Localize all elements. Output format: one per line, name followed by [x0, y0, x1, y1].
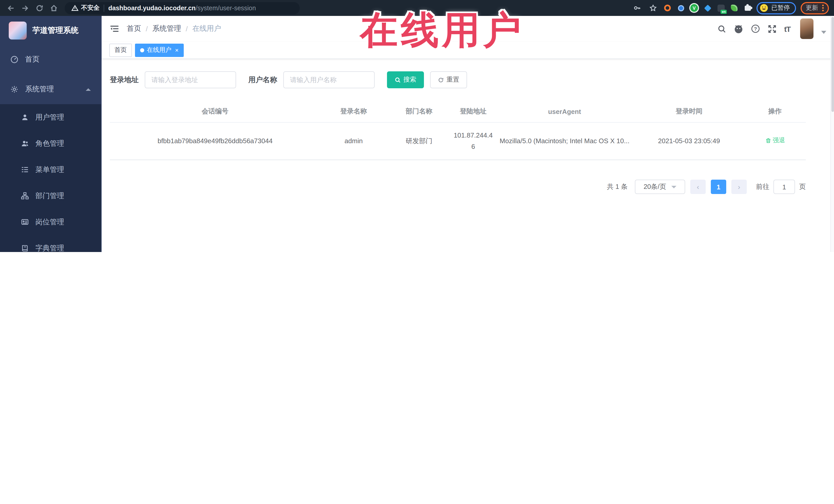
browser-actions: V en 已暂停 更新 [631, 2, 829, 14]
login-address-label: 登录地址 [110, 75, 138, 84]
table-row[interactable]: bfbb1ab79ba849e49fb26ddb56a73044 admin 研… [110, 123, 806, 160]
window-scrollbar[interactable] [830, 16, 834, 252]
extensions-puzzle-icon[interactable] [743, 4, 752, 12]
breadcrumb-separator: / [186, 25, 188, 33]
sidebar-item-system[interactable]: 系统管理 [0, 74, 101, 104]
kebab-menu-icon[interactable] [822, 5, 824, 11]
id-card-icon [21, 218, 29, 226]
home-icon[interactable] [48, 2, 60, 14]
trash-icon [765, 137, 771, 144]
cell-login-name: admin [320, 123, 387, 160]
tag-close-icon[interactable]: × [174, 47, 179, 53]
paused-extension-pill[interactable]: 已暂停 [756, 2, 796, 14]
search-icon[interactable] [718, 24, 726, 33]
sidebar-item-label: 角色管理 [36, 139, 91, 148]
sidebar-item-posts[interactable]: 岗位管理 [0, 209, 101, 235]
forward-icon[interactable] [20, 2, 31, 14]
key-icon[interactable] [631, 2, 642, 14]
reset-button[interactable]: 重置 [430, 71, 467, 88]
app-logo-row[interactable]: 芋道管理系统 [0, 16, 101, 45]
screen: 不安全 dashboard.yudao.iocoder.cn/system/us… [0, 0, 834, 252]
sidebar-item-depts[interactable]: 部门管理 [0, 183, 101, 209]
url-path: /system/user-session [196, 4, 256, 12]
sidebar-item-label: 部门管理 [36, 191, 91, 200]
prev-page-button[interactable]: ‹ [690, 180, 706, 194]
svg-text:?: ? [754, 26, 757, 31]
ext-green-check-icon[interactable]: V [690, 4, 699, 12]
sidebar: 芋道管理系统 首页 系统管理 用户管 [0, 16, 102, 252]
sidebar-item-label: 字典管理 [36, 243, 91, 252]
app-title: 芋道管理系统 [32, 25, 79, 35]
sessions-table: 会话编号 登录名称 部门名称 登陆地址 userAgent 登录时间 操作 bf… [110, 101, 806, 160]
system-submenu: 用户管理 角色管理 菜单管理 [0, 104, 101, 252]
col-user-agent: userAgent [495, 101, 634, 123]
smiley-emoji-icon [760, 4, 768, 12]
sidebar-item-label: 首页 [25, 55, 91, 64]
tags-view: 首页 在线用户 × [102, 42, 834, 59]
tag-label: 首页 [114, 46, 127, 54]
security-label: 不安全 [81, 4, 100, 12]
breadcrumb-home[interactable]: 首页 [127, 24, 141, 34]
total-count: 共 1 条 [607, 182, 628, 192]
breadcrumb: 首页 / 系统管理 / 在线用户 [127, 24, 221, 34]
col-login-time: 登录时间 [634, 101, 744, 123]
tag-label: 在线用户 [147, 46, 171, 54]
login-address-input[interactable] [145, 71, 236, 88]
sidebar-fold-icon[interactable] [109, 24, 119, 34]
bookmark-star-icon[interactable] [647, 2, 658, 14]
reload-icon[interactable] [34, 2, 45, 14]
help-icon[interactable]: ? [751, 24, 760, 34]
ext-orange-icon[interactable] [663, 4, 672, 12]
pagination: 共 1 条 20条/页 ‹ 1 › 前往 页 [110, 180, 806, 194]
font-size-icon[interactable]: tT [784, 24, 790, 33]
scrollbar-thumb[interactable] [831, 17, 834, 112]
page-1-button[interactable]: 1 [711, 180, 726, 194]
page-content: 登录地址 用户名称 搜索 重置 [102, 59, 834, 252]
col-login-ip: 登陆地址 [451, 101, 495, 123]
tag-home[interactable]: 首页 [109, 43, 132, 57]
refresh-icon [438, 77, 444, 83]
url-divider [104, 4, 104, 12]
cell-user-agent: Mozilla/5.0 (Macintosh; Intel Mac OS X 1… [495, 123, 634, 160]
chevron-up-icon [86, 88, 91, 91]
back-icon[interactable] [5, 2, 17, 14]
ext-leaf-icon[interactable] [730, 4, 739, 12]
force-logout-button[interactable]: 强退 [765, 135, 785, 146]
translate-badge: en [721, 10, 727, 14]
main-panel: 首页 / 系统管理 / 在线用户 ? [102, 16, 834, 252]
goto-page-input[interactable] [773, 180, 795, 194]
ext-blue-drop-icon[interactable] [676, 4, 685, 12]
ext-translate-icon[interactable]: en [717, 4, 725, 12]
sidebar-item-label: 用户管理 [36, 113, 91, 122]
url-domain: dashboard.yudao.iocoder.cn [108, 4, 196, 12]
security-warning[interactable]: 不安全 [71, 4, 100, 12]
tag-online-users[interactable]: 在线用户 × [135, 43, 184, 57]
table-header-row: 会话编号 登录名称 部门名称 登陆地址 userAgent 登录时间 操作 [110, 101, 806, 123]
username-input[interactable] [283, 71, 375, 88]
avatar[interactable] [800, 19, 813, 39]
caret-down-icon[interactable] [821, 31, 826, 34]
sidebar-item-roles[interactable]: 角色管理 [0, 130, 101, 156]
cell-login-ip: 101.87.244.46 [451, 123, 495, 160]
next-page-button[interactable]: › [731, 180, 747, 194]
fullscreen-icon[interactable] [768, 24, 776, 33]
update-button[interactable]: 更新 [800, 2, 829, 14]
cell-login-time: 2021-05-03 23:05:49 [634, 123, 744, 160]
app-logo [9, 21, 27, 39]
sidebar-item-label: 岗位管理 [36, 217, 91, 226]
sidebar-item-label: 菜单管理 [36, 165, 91, 174]
browser-toolbar: 不安全 dashboard.yudao.iocoder.cn/system/us… [0, 0, 834, 16]
breadcrumb-system[interactable]: 系统管理 [152, 24, 181, 34]
filter-form: 登录地址 用户名称 搜索 重置 [110, 71, 824, 88]
page-size-select[interactable]: 20条/页 [635, 180, 685, 194]
sidebar-item-menus[interactable]: 菜单管理 [0, 156, 101, 183]
sidebar-item-users[interactable]: 用户管理 [0, 104, 101, 130]
sidebar-item-dict[interactable]: 字典管理 [0, 235, 101, 252]
github-icon[interactable] [734, 24, 743, 34]
paused-label: 已暂停 [771, 4, 790, 12]
page-unit-label: 页 [799, 182, 806, 192]
ext-blue-gem-icon[interactable] [703, 4, 712, 12]
search-button[interactable]: 搜索 [387, 71, 424, 88]
address-bar[interactable]: 不安全 dashboard.yudao.iocoder.cn/system/us… [65, 2, 300, 14]
sidebar-item-home[interactable]: 首页 [0, 45, 101, 74]
